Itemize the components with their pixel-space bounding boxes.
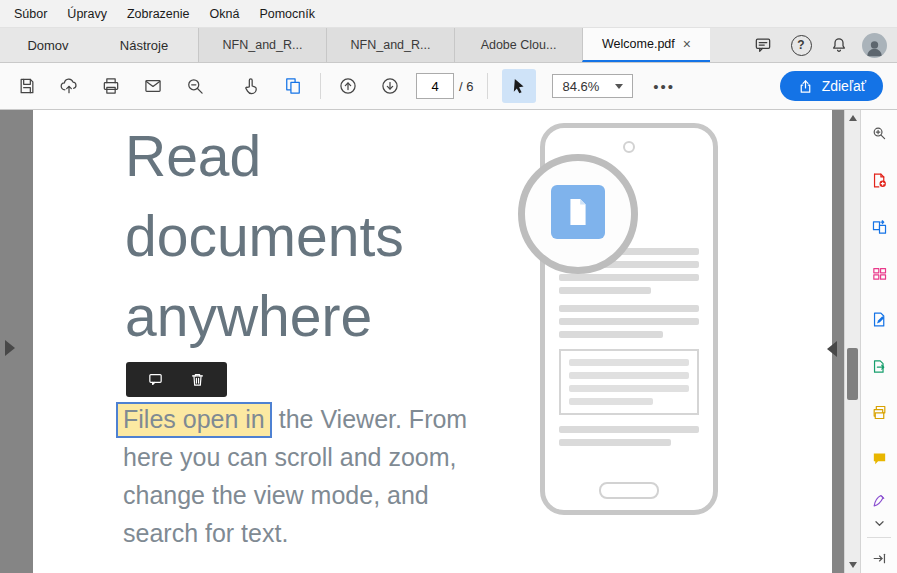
avatar[interactable] <box>862 33 887 58</box>
acrobat-reader-window: Súbor Úpravy Zobrazenie Okná Pomocník Do… <box>0 0 897 573</box>
phone-speaker <box>623 141 635 153</box>
tab-bar-right-icons: ? <box>748 28 897 62</box>
tools-pane <box>860 110 897 573</box>
previous-page-icon[interactable] <box>327 69 369 103</box>
bell-icon[interactable] <box>824 30 854 60</box>
paragraph-line-1-rest: the Viewer. From <box>272 405 467 433</box>
tab-home[interactable]: Domov <box>0 28 96 62</box>
vertical-scrollbar[interactable] <box>844 110 861 573</box>
page-number-input[interactable] <box>416 73 454 99</box>
comment-icon[interactable] <box>748 30 778 60</box>
next-page-icon[interactable] <box>369 69 411 103</box>
scroll-up-icon[interactable] <box>845 110 861 126</box>
menu-subor[interactable]: Súbor <box>4 0 57 27</box>
selection-mini-toolbar <box>126 362 227 397</box>
tab-document-2-label: NFN_and_R... <box>351 38 431 52</box>
zoom-out-icon[interactable] <box>174 69 216 103</box>
help-glyph: ? <box>791 35 812 56</box>
menu-upravy[interactable]: Úpravy <box>57 0 117 27</box>
create-pdf-icon[interactable] <box>865 166 893 194</box>
toolbar: / 6 84.6% ••• Zdieľať <box>0 63 897 110</box>
scroll-down-icon[interactable] <box>845 557 861 573</box>
select-tool-icon[interactable] <box>502 69 536 103</box>
menu-bar: Súbor Úpravy Zobrazenie Okná Pomocník <box>0 0 897 28</box>
phone-screen-frame <box>559 349 699 415</box>
comment-tool-icon[interactable] <box>865 444 893 472</box>
chevron-down-icon <box>615 84 623 89</box>
toolbar-separator <box>320 73 321 99</box>
close-tab-icon[interactable]: × <box>683 37 691 51</box>
combine-files-icon[interactable] <box>865 398 893 426</box>
document-canvas: Read documents anywhere Files open in th… <box>0 110 861 573</box>
zoom-level-value: 84.6% <box>562 79 599 94</box>
toolbar-separator <box>487 73 488 99</box>
expand-left-pane-icon[interactable] <box>5 340 15 356</box>
tab-document-3[interactable]: Adobe Clou... <box>454 28 582 62</box>
page-count-label: / 6 <box>459 79 473 94</box>
help-icon[interactable]: ? <box>786 30 816 60</box>
page-view-icon[interactable] <box>272 69 314 103</box>
menu-zobrazenie[interactable]: Zobrazenie <box>117 0 200 27</box>
zoom-level-dropdown[interactable]: 84.6% <box>552 74 633 98</box>
share-button-label: Zdieľať <box>822 78 866 94</box>
highlighted-text[interactable]: Files open in <box>116 402 272 438</box>
menu-okna[interactable]: Okná <box>200 0 250 27</box>
save-icon[interactable] <box>6 69 48 103</box>
delete-icon[interactable] <box>187 369 209 391</box>
heading-line: Read <box>125 116 404 196</box>
more-tools-icon[interactable]: ••• <box>647 77 681 96</box>
organize-pages-icon[interactable] <box>865 259 893 287</box>
tab-document-1-label: NFN_and_R... <box>223 38 303 52</box>
email-icon[interactable] <box>132 69 174 103</box>
tab-document-3-label: Adobe Clou... <box>481 38 557 52</box>
scrollbar-thumb[interactable] <box>847 348 858 400</box>
tab-document-2[interactable]: NFN_and_R... <box>326 28 454 62</box>
page-heading: Read documents anywhere <box>125 116 404 356</box>
phone-screen-content <box>559 248 699 457</box>
send-file-icon[interactable] <box>865 352 893 380</box>
cloud-upload-icon[interactable] <box>48 69 90 103</box>
heading-line: anywhere <box>125 276 404 356</box>
expand-right-pane-icon[interactable] <box>827 341 837 357</box>
phone-home-button <box>599 482 659 499</box>
page-paragraph: Files open in the Viewer. From here you … <box>123 400 467 552</box>
zoom-tools-icon[interactable] <box>865 119 893 147</box>
print-icon[interactable] <box>90 69 132 103</box>
menu-pomocnik[interactable]: Pomocník <box>249 0 325 27</box>
tab-bar: Domov Nástroje NFN_and_R... NFN_and_R...… <box>0 28 897 63</box>
paragraph-line-3: change the view mode, and <box>123 476 467 514</box>
more-tools-chevron-icon[interactable] <box>865 509 893 537</box>
tab-tools[interactable]: Nástroje <box>96 28 192 62</box>
convert-pdf-icon[interactable] <box>865 213 893 241</box>
paragraph-line-2: here you can scroll and zoom, <box>123 438 467 476</box>
heading-line: documents <box>125 196 404 276</box>
document-file-icon <box>551 185 605 239</box>
magnifier-circle <box>518 154 638 274</box>
touch-select-icon[interactable] <box>230 69 272 103</box>
share-button[interactable]: Zdieľať <box>780 71 883 101</box>
tab-document-1[interactable]: NFN_and_R... <box>198 28 326 62</box>
tools-pane-divider <box>867 537 891 538</box>
tab-welcome-pdf[interactable]: Welcome.pdf × <box>582 28 710 62</box>
paragraph-line-4: search for text. <box>123 514 467 552</box>
tab-welcome-pdf-label: Welcome.pdf <box>602 37 675 51</box>
add-comment-icon[interactable] <box>145 369 167 391</box>
paragraph-line-1: Files open in the Viewer. From <box>123 400 467 438</box>
collapse-pane-icon[interactable] <box>865 544 893 572</box>
edit-pdf-icon[interactable] <box>865 305 893 333</box>
